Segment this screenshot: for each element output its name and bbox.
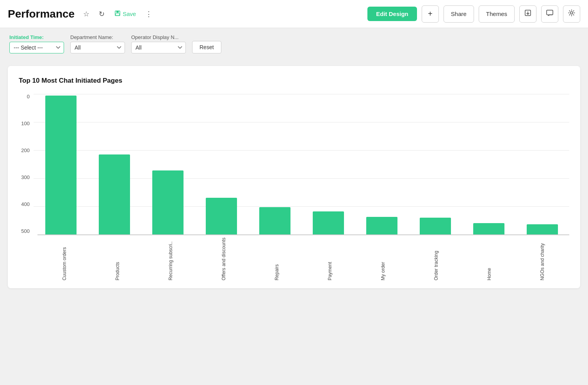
x-label: My order	[380, 238, 386, 280]
bar[interactable]	[473, 223, 504, 234]
settings-icon	[568, 9, 576, 19]
x-label: Repairs	[274, 238, 280, 280]
header: Performance ☆ ↻ Save ⋮ Edit Design + Sha…	[0, 0, 588, 28]
x-labels-row: Cuustom ordersProductsRecurring subscri.…	[37, 238, 569, 280]
y-label: 500	[19, 229, 30, 234]
svg-rect-1	[116, 11, 119, 13]
save-label: Save	[123, 11, 136, 17]
bar-col	[35, 96, 86, 234]
bar-col	[89, 154, 140, 234]
bar[interactable]	[259, 207, 290, 234]
initiated-time-label: Initiated Time:	[9, 34, 64, 40]
x-label: NGOs and charity	[540, 238, 545, 280]
department-name-filter: Department Name: All	[70, 34, 125, 53]
y-label: 200	[19, 148, 30, 153]
y-label: 0	[19, 94, 30, 99]
x-label: Home	[486, 238, 492, 280]
department-name-select[interactable]: All	[70, 42, 125, 53]
comment-icon	[546, 9, 554, 19]
y-label: 400	[19, 202, 30, 207]
x-label-col: Home	[464, 238, 515, 280]
save-button[interactable]: Save	[112, 8, 138, 20]
themes-button[interactable]: Themes	[479, 5, 515, 23]
x-label-col: NGOs and charity	[517, 238, 568, 280]
settings-button[interactable]	[563, 5, 580, 23]
department-name-label: Department Name:	[70, 34, 125, 40]
initiated-time-filter: Initiated Time: --- Select ---	[9, 34, 64, 53]
plus-icon: +	[428, 9, 433, 18]
export-icon	[524, 9, 532, 19]
bar-col	[517, 224, 568, 234]
operator-display-label: Operator Display N...	[131, 34, 186, 40]
comment-button[interactable]	[541, 5, 558, 23]
x-label-col: My order	[358, 238, 408, 280]
chart-title: Top 10 Most Chat Initiated Pages	[19, 77, 569, 85]
bar[interactable]	[366, 217, 397, 234]
bar-col	[249, 207, 300, 234]
bar-col	[356, 217, 407, 234]
x-label-col: Products	[92, 238, 143, 280]
x-label: Products	[115, 238, 120, 280]
share-label: Share	[451, 11, 467, 17]
export-button[interactable]	[519, 5, 536, 23]
star-button[interactable]: ☆	[81, 8, 92, 20]
add-button[interactable]: +	[422, 5, 439, 23]
bar[interactable]	[313, 211, 344, 234]
x-label: Cuustom orders	[62, 238, 67, 280]
chart-card: Top 10 Most Chat Initiated Pages 5004003…	[8, 66, 580, 288]
more-icon: ⋮	[145, 10, 152, 18]
x-axis-line	[37, 234, 569, 235]
star-icon: ☆	[83, 10, 89, 18]
x-label-col: Offers and discounts	[198, 238, 249, 280]
filter-bar: Initiated Time: --- Select --- Departmen…	[0, 28, 588, 60]
edit-design-button[interactable]: Edit Design	[367, 7, 417, 21]
reset-button[interactable]: Reset	[192, 41, 221, 53]
y-label: 100	[19, 121, 30, 126]
y-axis: 5004003002001000	[19, 94, 34, 234]
bar-col	[463, 223, 514, 234]
more-button[interactable]: ⋮	[143, 8, 155, 20]
bar[interactable]	[152, 170, 184, 234]
operator-display-filter: Operator Display N... All	[131, 34, 186, 53]
bar[interactable]	[99, 154, 130, 234]
bar-col	[196, 198, 247, 234]
themes-label: Themes	[486, 11, 507, 17]
x-label: Recurring subscri..	[168, 238, 173, 280]
share-button[interactable]: Share	[444, 5, 474, 23]
initiated-time-select[interactable]: --- Select ---	[9, 42, 64, 53]
bar[interactable]	[45, 96, 77, 234]
svg-rect-4	[547, 10, 553, 15]
bar-col	[303, 211, 354, 234]
bar-col	[410, 218, 461, 234]
x-label-col: Recurring subscri..	[145, 238, 196, 280]
bar[interactable]	[420, 218, 451, 234]
bar[interactable]	[527, 224, 558, 234]
bars-row	[34, 94, 569, 234]
bars-container	[34, 94, 569, 234]
bar[interactable]	[206, 198, 237, 234]
x-label: Offers and discounts	[221, 238, 226, 280]
x-label-col: Cuustom orders	[39, 238, 90, 280]
save-icon	[114, 10, 121, 18]
x-label-col: Repairs	[251, 238, 302, 280]
x-label: Order tracking	[433, 238, 439, 280]
x-label-col: Order tracking	[411, 238, 461, 280]
y-label: 300	[19, 175, 30, 180]
svg-point-5	[570, 12, 573, 14]
operator-display-select[interactable]: All	[131, 42, 186, 53]
page-title: Performance	[8, 8, 75, 20]
refresh-icon: ↻	[99, 10, 105, 18]
x-label: Payment	[327, 238, 333, 280]
bar-chart: 5004003002001000 Cuustom ordersProductsR…	[19, 94, 569, 280]
refresh-button[interactable]: ↻	[96, 8, 107, 20]
x-label-col: Payment	[305, 238, 355, 280]
bar-col	[142, 170, 193, 234]
